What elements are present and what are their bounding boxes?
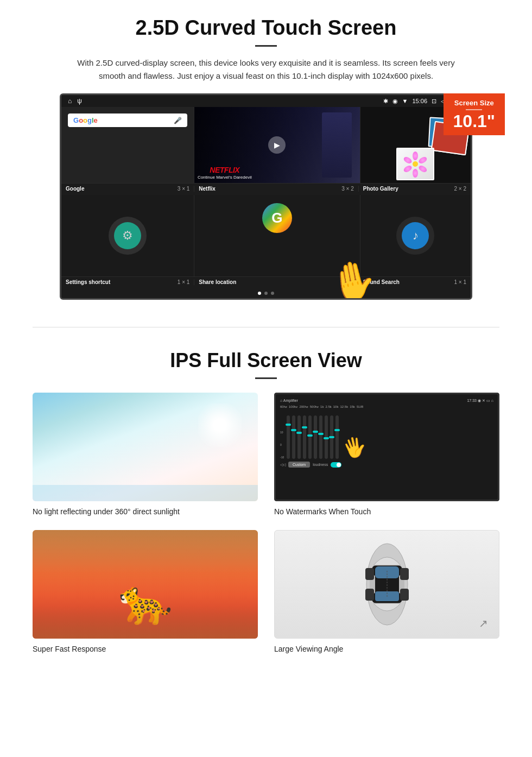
eq-bar-5 [308, 415, 312, 459]
eq-bar-1 [287, 415, 290, 459]
flower-center [413, 161, 418, 167]
badge-divider [466, 109, 482, 110]
app-labels-row1: Google 3 × 1 Netflix 3 × 2 Photo Gallery… [61, 184, 471, 195]
feature-sunlight: No light reflecting under 360° direct su… [33, 393, 258, 516]
eq-bar-6 [314, 415, 317, 459]
google-search-bar[interactable]: Google 🎤 [68, 113, 187, 127]
netflix-cell: ▶ NETFLIX Continue Marvel's Daredevil [194, 107, 360, 183]
google-app-size: 3 × 1 [178, 186, 190, 192]
equalizer: 10 0 -10 [280, 410, 493, 459]
section2-divider [255, 377, 277, 379]
touch-label: No Watermarks When Touch [274, 507, 371, 516]
app-row-2: ⚙ G 🤚 [61, 195, 471, 277]
amp-home: ⌂ Amplifier [280, 399, 298, 403]
cheetah-sky [33, 530, 258, 595]
touch-image: ⌂ Amplifier 17:33 ◉ ✕ ▭ ⌂ 60hz100hz200hz… [274, 393, 499, 501]
location-icon: ◉ [392, 98, 398, 105]
eq-scale: 10 0 -10 [280, 431, 284, 459]
petal-3 [418, 165, 428, 174]
app-labels-row2: Settings shortcut 1 × 1 Share location 1… [61, 277, 471, 288]
app-row-1: Google 🎤 ▶ [61, 107, 471, 184]
section-ips: IPS Full Screen View No light reflecting… [0, 344, 532, 670]
share-app-name: Share location [199, 279, 236, 285]
settings-cell: ⚙ [61, 195, 194, 276]
eq-bar-8 [325, 415, 328, 459]
sun-burst [198, 403, 242, 447]
svg-rect-6 [365, 568, 374, 580]
camera-icon: ⊡ [432, 98, 436, 105]
svg-rect-9 [400, 589, 409, 601]
usb-icon: ψ [77, 97, 82, 105]
sky-bottom [33, 485, 258, 501]
settings-app-name: Settings shortcut [66, 279, 110, 285]
cheetah-image: 🐆 [33, 530, 258, 639]
device-container: Screen Size 10.1" ⌂ ψ ✱ ◉ ▼ 15:06 ⊡ ◁ ✕ [33, 93, 499, 300]
photo-main [396, 148, 434, 180]
amp-time: 17:33 ◉ ✕ ▭ ⌂ [467, 399, 493, 403]
car-arrow: ↗ [479, 617, 488, 630]
eq-bar-2 [292, 415, 295, 459]
eq-bars [287, 415, 339, 459]
status-left: ⌂ ψ [68, 97, 82, 105]
flower-petals [407, 156, 423, 172]
status-time: 15:06 [412, 98, 427, 104]
eq-bar-9 [330, 415, 333, 459]
amp-freq-labels: 60hz100hz200hz500hz1k2.5k10k12.5k15kSUB [280, 405, 493, 408]
sound-cell: ♪ [360, 195, 471, 276]
amp-screen: ⌂ Amplifier 17:33 ◉ ✕ ▭ ⌂ 60hz100hz200hz… [275, 393, 499, 501]
mic-icon: 🎤 [174, 117, 182, 124]
home-icon: ⌂ [68, 97, 72, 105]
bluetooth-icon: ✱ [383, 98, 388, 105]
nav-dot-2 [264, 292, 268, 295]
features-grid: No light reflecting under 360° direct su… [33, 393, 499, 654]
amp-toggle [331, 462, 341, 468]
sunlight-label: No light reflecting under 360° direct su… [33, 507, 180, 516]
section2-title: IPS Full Screen View [33, 349, 499, 372]
amp-custom-btn: Custom [288, 462, 310, 468]
amp-status-bar: ⌂ Amplifier 17:33 ◉ ✕ ▭ ⌂ [280, 399, 493, 403]
google-logo: Google [73, 116, 98, 124]
gallery-app-size: 2 × 2 [454, 186, 466, 192]
eq-bar-7 [319, 415, 322, 459]
google-cell: Google 🎤 [61, 107, 194, 183]
section-curved-screen: 2.5D Curved Touch Screen With 2.5D curve… [0, 0, 532, 311]
petal-1 [413, 152, 418, 160]
eq-bar-10 [335, 415, 339, 459]
google-app-name: Google [66, 186, 84, 192]
sunlight-image [33, 393, 258, 501]
amp-loudness: loudness [313, 463, 328, 466]
sound-app-size: 1 × 1 [454, 279, 466, 285]
share-cell: G 🤚 [194, 195, 360, 276]
petal-6 [403, 156, 413, 165]
settings-app-size: 1 × 1 [178, 279, 190, 285]
screen-size-badge: Screen Size 10.1" [444, 93, 505, 135]
title-divider [255, 45, 277, 47]
feature-touch: ⌂ Amplifier 17:33 ◉ ✕ ▭ ⌂ 60hz100hz200hz… [274, 393, 499, 516]
feature-cheetah: 🐆 Super Fast Response [33, 530, 258, 654]
gallery-app-name: Photo Gallery [363, 186, 398, 192]
car-image: ↗ [274, 530, 499, 639]
petal-4 [413, 169, 418, 178]
petal-5 [403, 165, 413, 174]
eq-bar-4 [303, 415, 306, 459]
eq-bar-3 [297, 415, 301, 459]
badge-size: 10.1" [453, 111, 495, 131]
section1-description: With 2.5D curved-display screen, this de… [76, 56, 456, 83]
nav-dot-3 [271, 292, 274, 295]
netflix-app-name: Netflix [199, 186, 216, 192]
petal-2 [418, 156, 428, 165]
cheetah-ground [33, 606, 258, 639]
amp-bottom: ◁◁ Custom loudness [280, 462, 493, 468]
car-svg [360, 538, 414, 630]
hand-on-screen: 🖐 [340, 434, 369, 462]
feature-car: ↗ Large Viewing Angle [274, 530, 499, 654]
hand-icon: 🤚 [325, 255, 379, 300]
netflix-label-cell: Netflix 3 × 2 [194, 186, 358, 192]
netflix-logo-overlay: NETFLIX Continue Marvel's Daredevil [198, 165, 252, 180]
section-divider [33, 327, 499, 327]
wifi-icon: ▼ [402, 98, 408, 104]
badge-label: Screen Size [453, 99, 495, 107]
svg-rect-7 [400, 568, 409, 580]
netflix-app-size: 3 × 2 [341, 186, 354, 192]
cheetah-label: Super Fast Response [33, 645, 106, 653]
